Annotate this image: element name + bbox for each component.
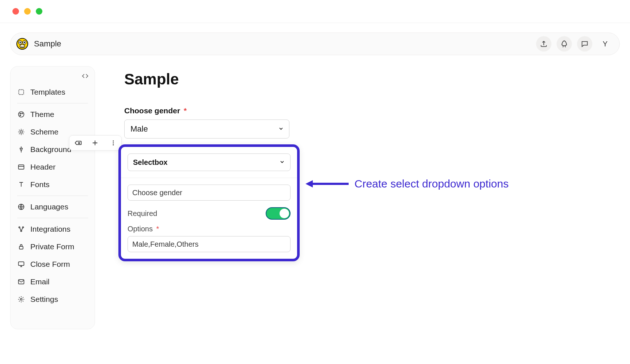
- sidebar-item-label: Theme: [30, 110, 54, 119]
- svg-point-3: [19, 42, 21, 43]
- sidebar-item-label: Private Form: [30, 242, 74, 251]
- select-value: Male: [130, 124, 148, 134]
- required-toggle[interactable]: [266, 207, 291, 220]
- layout-icon: [17, 163, 25, 171]
- sidebar-item-email[interactable]: Email: [11, 273, 95, 291]
- sidebar-item-header[interactable]: Header: [11, 158, 95, 176]
- window-minimize-dot[interactable]: [24, 8, 31, 15]
- required-asterisk: *: [184, 106, 187, 115]
- sidebar-item-label: Integrations: [30, 225, 71, 234]
- svg-rect-6: [19, 90, 23, 94]
- launch-button[interactable]: [557, 36, 572, 52]
- sidebar-item-label: Settings: [30, 295, 58, 304]
- question-input[interactable]: [128, 185, 291, 201]
- options-label: Options *: [128, 225, 291, 233]
- gear-icon: [17, 296, 25, 303]
- sidebar-item-label: Fonts: [30, 180, 50, 189]
- top-actions: Y: [536, 36, 613, 52]
- monitor-icon: [17, 261, 25, 268]
- mail-icon: [17, 278, 25, 285]
- svg-point-11: [20, 131, 23, 133]
- sidebar-item-fonts[interactable]: Fonts: [11, 176, 95, 193]
- top-bar: Sample Y: [10, 33, 620, 55]
- svg-point-16: [20, 230, 22, 231]
- sidebar-item-settings[interactable]: Settings: [11, 291, 95, 308]
- field-config-panel: Selectbox Required Options *: [119, 145, 299, 261]
- svg-rect-12: [19, 165, 24, 169]
- svg-rect-18: [19, 262, 24, 265]
- sidebar-item-label: Scheme: [30, 128, 58, 136]
- sidebar-item-integrations[interactable]: Integrations: [11, 220, 95, 238]
- template-icon: [17, 88, 25, 96]
- window-maximize-dot[interactable]: [36, 8, 42, 15]
- sidebar-item-languages[interactable]: Languages: [11, 198, 95, 216]
- arrow-left-icon: [305, 178, 349, 189]
- svg-rect-17: [19, 246, 23, 249]
- code-icon[interactable]: [81, 72, 89, 81]
- svg-point-10: [20, 115, 21, 116]
- delete-field-button[interactable]: [73, 138, 83, 148]
- chevron-down-icon: [279, 158, 285, 167]
- svg-point-8: [20, 113, 21, 114]
- sidebar-item-label: Languages: [30, 202, 68, 211]
- sidebar-item-label: Header: [30, 163, 56, 171]
- required-label: Required: [128, 209, 157, 218]
- sidebar-item-theme[interactable]: Theme: [11, 106, 95, 123]
- add-field-button[interactable]: [90, 138, 100, 148]
- nodes-icon: [17, 225, 25, 233]
- field-label: Choose gender *: [124, 106, 620, 115]
- form-field: Choose gender * Male: [124, 106, 620, 139]
- text-icon: [17, 181, 25, 188]
- share-button[interactable]: [536, 36, 551, 52]
- field-type-select[interactable]: Selectbox: [128, 153, 291, 171]
- gender-select[interactable]: Male: [124, 120, 289, 139]
- sidebar-item-templates[interactable]: Templates: [11, 83, 95, 101]
- globe-icon: [17, 203, 25, 211]
- palette-icon: [17, 111, 25, 118]
- svg-point-5: [20, 45, 24, 48]
- lock-icon: [17, 243, 25, 250]
- page-title: Sample: [124, 71, 620, 88]
- options-input[interactable]: [128, 236, 291, 252]
- sparkle-icon: [17, 128, 25, 136]
- main-content: Sample Choose gender * Male Selectbox: [108, 66, 620, 329]
- window-controls: [0, 0, 630, 23]
- sidebar-item-close-form[interactable]: Close Form: [11, 255, 95, 273]
- svg-marker-25: [305, 180, 313, 187]
- annotation: Create select dropdown options: [305, 178, 509, 190]
- svg-point-20: [20, 299, 22, 300]
- chevron-down-icon: [278, 124, 284, 134]
- window-close-dot[interactable]: [12, 8, 19, 15]
- sidebar-item-label: Email: [30, 277, 50, 286]
- field-type-value: Selectbox: [133, 158, 167, 167]
- user-avatar[interactable]: Y: [597, 36, 613, 52]
- pin-icon: [17, 146, 25, 153]
- svg-point-7: [19, 112, 24, 117]
- sidebar-item-private[interactable]: Private Form: [11, 238, 95, 255]
- required-asterisk: *: [156, 225, 159, 233]
- sidebar-item-label: Close Form: [30, 260, 70, 269]
- comment-button[interactable]: [577, 36, 592, 52]
- svg-point-9: [22, 113, 23, 114]
- app-logo: [16, 37, 29, 50]
- sidebar: Templates Theme Scheme Background Header…: [10, 66, 95, 329]
- svg-point-4: [24, 42, 25, 43]
- annotation-text: Create select dropdown options: [354, 178, 509, 190]
- sidebar-item-label: Templates: [30, 88, 65, 96]
- form-title[interactable]: Sample: [34, 39, 61, 49]
- sidebar-item-label: Background: [30, 145, 71, 154]
